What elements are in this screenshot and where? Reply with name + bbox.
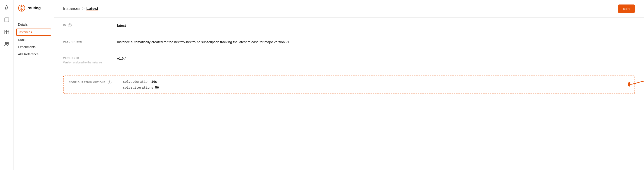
main-content: Instances > Latest Edit ID ? latest DESC… bbox=[54, 0, 644, 170]
svg-rect-5 bbox=[7, 30, 9, 32]
svg-rect-4 bbox=[5, 30, 6, 32]
content-area: ID ? latest DESCRIPTION Instance automat… bbox=[54, 17, 644, 99]
main-header: Instances > Latest Edit bbox=[54, 0, 644, 17]
rocket-icon[interactable] bbox=[3, 4, 10, 11]
id-info-icon[interactable]: ? bbox=[68, 23, 72, 27]
app-title: routing bbox=[28, 6, 41, 10]
svg-point-8 bbox=[6, 42, 7, 44]
svg-rect-6 bbox=[5, 32, 6, 34]
config-option-duration: solve.duration 10s bbox=[123, 80, 159, 84]
description-value: Instance automatically created for the n… bbox=[117, 39, 635, 45]
sidebar: routing Details Instances Runs Experimen… bbox=[14, 0, 54, 170]
sidebar-item-details[interactable]: Details bbox=[14, 21, 54, 28]
breadcrumb-current: Latest bbox=[86, 6, 98, 11]
app-logo bbox=[18, 4, 25, 12]
sidebar-item-api-reference[interactable]: API Reference bbox=[14, 51, 54, 58]
description-label: DESCRIPTION bbox=[63, 39, 108, 43]
version-id-label: VERSION ID Version assigned to the insta… bbox=[63, 56, 108, 65]
users-icon[interactable] bbox=[3, 40, 10, 48]
sidebar-item-experiments[interactable]: Experiments bbox=[14, 43, 54, 51]
svg-point-9 bbox=[7, 42, 8, 44]
arrow-annotation bbox=[628, 79, 644, 91]
svg-rect-7 bbox=[7, 32, 9, 34]
config-label: CONFIGURATION OPTIONS ? bbox=[69, 80, 114, 84]
config-option-iterations: solve.iterations 50 bbox=[123, 86, 159, 90]
id-label: ID ? bbox=[63, 23, 108, 27]
edit-button[interactable]: Edit bbox=[618, 4, 635, 13]
version-id-sublabel: Version assigned to the instance bbox=[63, 61, 108, 65]
description-field-row: DESCRIPTION Instance automatically creat… bbox=[63, 34, 635, 50]
config-field-row: CONFIGURATION OPTIONS ? solve.duration 1… bbox=[63, 70, 635, 99]
breadcrumb: Instances > Latest bbox=[63, 6, 98, 11]
config-box: CONFIGURATION OPTIONS ? solve.duration 1… bbox=[63, 76, 635, 94]
id-value: latest bbox=[117, 23, 635, 28]
sidebar-nav: Details Instances Runs Experiments API R… bbox=[14, 17, 54, 61]
breadcrumb-instances[interactable]: Instances bbox=[63, 6, 80, 11]
svg-point-0 bbox=[6, 8, 7, 8]
icon-strip bbox=[0, 0, 14, 170]
id-field-row: ID ? latest bbox=[63, 17, 635, 34]
sidebar-item-instances[interactable]: Instances bbox=[16, 28, 51, 36]
sidebar-item-runs[interactable]: Runs bbox=[14, 36, 54, 43]
box-icon[interactable] bbox=[3, 16, 10, 23]
sidebar-header: routing bbox=[14, 4, 54, 17]
version-id-field-row: VERSION ID Version assigned to the insta… bbox=[63, 50, 635, 70]
config-info-icon[interactable]: ? bbox=[108, 80, 112, 84]
svg-rect-1 bbox=[5, 18, 9, 22]
breadcrumb-separator: > bbox=[82, 6, 85, 11]
grid-icon[interactable] bbox=[3, 28, 10, 35]
svg-point-12 bbox=[21, 8, 22, 8]
config-options-list: solve.duration 10s solve.iterations 50 bbox=[123, 80, 159, 90]
version-id-value: v1.0.4 bbox=[117, 56, 635, 61]
